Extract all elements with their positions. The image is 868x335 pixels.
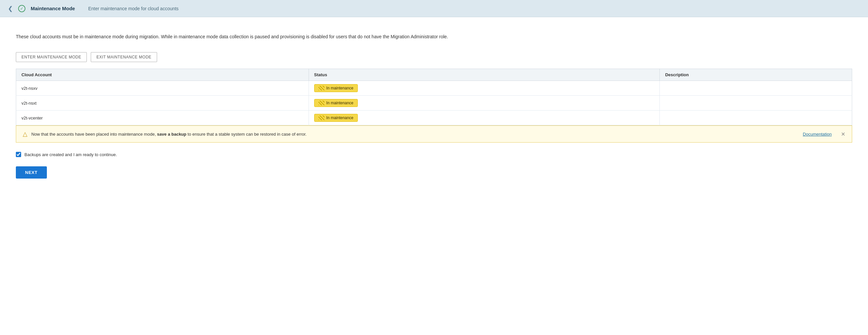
enter-maintenance-button[interactable]: ENTER MAINTENANCE MODE	[16, 52, 87, 62]
cell-account: v2t-nsxt	[16, 96, 309, 111]
button-row: ENTER MAINTENANCE MODE EXIT MAINTENANCE …	[16, 52, 852, 62]
description-text: These cloud accounts must be in maintena…	[16, 33, 494, 40]
step-complete-icon: ✓	[18, 5, 25, 12]
documentation-link[interactable]: Documentation	[803, 132, 832, 136]
backup-checkbox[interactable]	[16, 152, 21, 157]
table-row: v2t-nsxvIn maintenance	[16, 81, 852, 96]
column-header-account: Cloud Account	[16, 69, 309, 81]
collapse-icon[interactable]: ❮	[8, 5, 13, 12]
status-badge-text: In maintenance	[327, 86, 353, 90]
table-header-row: Cloud Account Status Description	[16, 69, 852, 81]
exit-maintenance-button[interactable]: EXIT MAINTENANCE MODE	[91, 52, 157, 62]
table-row: v2t-vcenterIn maintenance	[16, 111, 852, 125]
column-header-status: Status	[309, 69, 660, 81]
backup-checkbox-row: Backups are created and I am ready to co…	[16, 152, 852, 157]
maintenance-pattern-icon	[318, 86, 324, 90]
status-badge-text: In maintenance	[327, 101, 353, 105]
cell-account: v2t-vcenter	[16, 111, 309, 125]
next-button[interactable]: NEXT	[16, 166, 47, 179]
maintenance-pattern-icon	[318, 116, 324, 120]
cell-status: In maintenance	[309, 96, 660, 111]
cell-description	[660, 111, 852, 125]
table-row: v2t-nsxtIn maintenance	[16, 96, 852, 111]
header-bar: ❮ ✓ Maintenance Mode Enter maintenance m…	[0, 0, 868, 17]
maintenance-pattern-icon	[318, 101, 324, 105]
warning-text: Now that the accounts have been placed i…	[31, 131, 799, 138]
step-subtitle: Enter maintenance mode for cloud account…	[88, 6, 179, 11]
close-warning-button[interactable]: ✕	[841, 131, 845, 137]
cloud-accounts-table: Cloud Account Status Description v2t-nsx…	[16, 69, 852, 125]
cell-status: In maintenance	[309, 81, 660, 96]
warning-banner: △ Now that the accounts have been placed…	[16, 125, 852, 143]
status-badge: In maintenance	[314, 114, 358, 122]
status-badge: In maintenance	[314, 84, 358, 92]
column-header-description: Description	[660, 69, 852, 81]
main-content: These cloud accounts must be in maintena…	[0, 17, 868, 335]
warning-icon: △	[23, 130, 27, 138]
cell-description	[660, 81, 852, 96]
status-badge-text: In maintenance	[327, 116, 353, 120]
cell-account: v2t-nsxv	[16, 81, 309, 96]
backup-checkbox-label[interactable]: Backups are created and I am ready to co…	[24, 152, 117, 157]
status-badge: In maintenance	[314, 99, 358, 107]
step-title: Maintenance Mode	[31, 6, 75, 11]
cell-description	[660, 96, 852, 111]
cell-status: In maintenance	[309, 111, 660, 125]
